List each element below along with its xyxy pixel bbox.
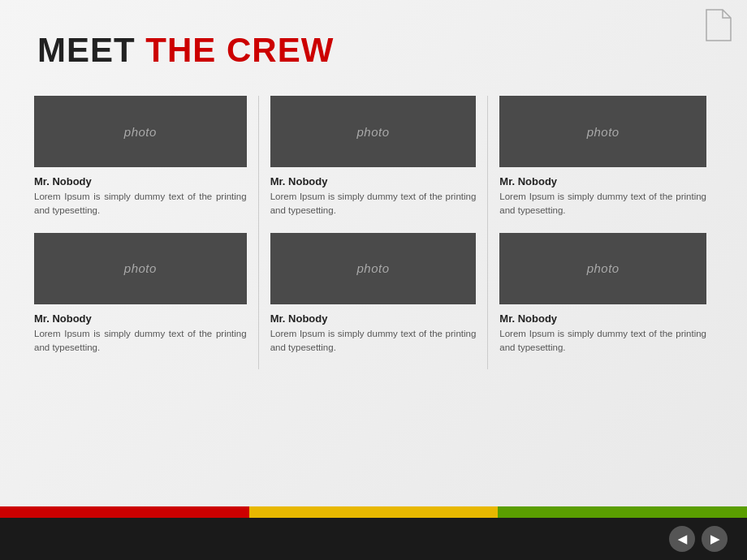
member-bio-2: Lorem Ipsum is simply dummy text of the … xyxy=(270,190,477,218)
crew-column-3: photo Mr. Nobody Lorem Ipsum is simply d… xyxy=(488,96,718,369)
crew-column-2: photo Mr. Nobody Lorem Ipsum is simply d… xyxy=(259,96,489,369)
crew-member-3: photo Mr. Nobody Lorem Ipsum is simply d… xyxy=(499,96,706,218)
bar-green xyxy=(498,506,747,518)
crew-member-2: photo Mr. Nobody Lorem Ipsum is simply d… xyxy=(270,96,477,218)
crew-member-4: photo Mr. Nobody Lorem Ipsum is simply d… xyxy=(34,233,247,355)
photo-placeholder-1: photo xyxy=(34,96,247,167)
member-bio-4: Lorem Ipsum is simply dummy text of the … xyxy=(34,327,247,355)
bar-yellow xyxy=(249,506,499,518)
page-title: MEET THE CREW xyxy=(37,31,334,70)
member-name-6: Mr. Nobody xyxy=(499,312,706,325)
member-name-2: Mr. Nobody xyxy=(270,175,477,187)
crew-grid: photo Mr. Nobody Lorem Ipsum is simply d… xyxy=(29,96,718,369)
photo-placeholder-2: photo xyxy=(270,96,477,167)
photo-placeholder-3: photo xyxy=(499,96,706,167)
title-meet: MEET xyxy=(37,31,145,69)
document-icon xyxy=(703,8,732,42)
bottom-footer: ◀ ▶ xyxy=(0,518,747,560)
member-bio-5: Lorem Ipsum is simply dummy text of the … xyxy=(270,327,477,355)
next-button[interactable]: ▶ xyxy=(702,526,728,552)
crew-member-1: photo Mr. Nobody Lorem Ipsum is simply d… xyxy=(34,96,247,218)
page-container: MEET THE CREW photo Mr. Nobody Lorem Ips… xyxy=(0,0,747,560)
member-bio-3: Lorem Ipsum is simply dummy text of the … xyxy=(499,190,706,218)
photo-placeholder-6: photo xyxy=(499,233,706,304)
title-the-crew: THE CREW xyxy=(145,31,334,69)
member-bio-1: Lorem Ipsum is simply dummy text of the … xyxy=(34,190,247,218)
crew-column-1: photo Mr. Nobody Lorem Ipsum is simply d… xyxy=(29,96,259,369)
crew-member-6: photo Mr. Nobody Lorem Ipsum is simply d… xyxy=(499,233,706,355)
prev-button[interactable]: ◀ xyxy=(669,526,695,552)
member-name-4: Mr. Nobody xyxy=(34,312,247,325)
member-name-5: Mr. Nobody xyxy=(270,312,477,325)
photo-placeholder-5: photo xyxy=(270,233,477,304)
bottom-color-bar xyxy=(0,506,747,518)
photo-placeholder-4: photo xyxy=(34,233,247,304)
crew-member-5: photo Mr. Nobody Lorem Ipsum is simply d… xyxy=(270,233,477,355)
bar-red xyxy=(0,506,249,518)
member-name-1: Mr. Nobody xyxy=(34,175,247,187)
member-bio-6: Lorem Ipsum is simply dummy text of the … xyxy=(499,327,706,355)
member-name-3: Mr. Nobody xyxy=(499,175,706,187)
